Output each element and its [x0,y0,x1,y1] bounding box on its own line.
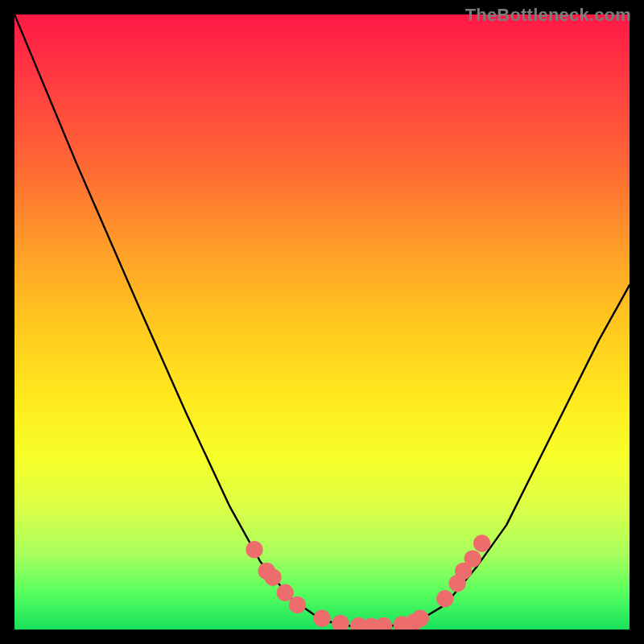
marker-group [246,535,490,630]
marker-dot [313,610,330,627]
marker-dot [332,615,349,630]
marker-dot [464,550,481,567]
marker-dot [436,590,453,607]
marker-dot [473,535,490,551]
watermark-text: TheBottleneck.com [465,5,631,26]
marker-dot [246,541,262,558]
chart-plot-area [14,14,630,630]
chart-overlay-svg [14,14,630,630]
marker-dot [289,597,306,613]
chart-frame: TheBottleneck.com [0,0,644,644]
marker-dot [412,610,429,627]
marker-dot [277,584,294,601]
bottleneck-curve [14,14,630,626]
marker-dot [375,617,392,630]
marker-dot [264,568,281,585]
